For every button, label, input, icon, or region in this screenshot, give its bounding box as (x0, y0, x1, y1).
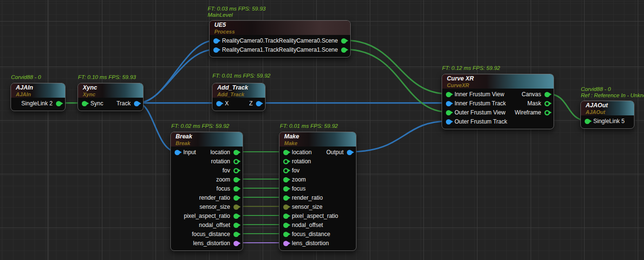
port-in-realitycamera0-track[interactable] (213, 38, 219, 44)
port-out-zoom[interactable] (233, 177, 239, 182)
annotation-ue5-level: MainLevel (208, 12, 233, 18)
wire-xync-ue5-cam0[interactable] (137, 40, 216, 103)
port-in-realitycamera1-track[interactable] (213, 47, 219, 53)
port-label: Outer Frustum View (455, 109, 505, 116)
port-label: lens_distortion (193, 240, 230, 247)
port-in-input[interactable] (175, 150, 180, 155)
port-label: X (225, 100, 229, 107)
node-xync[interactable]: Xync Xync Sync Track (78, 83, 144, 111)
port-label: sensor_size (292, 203, 322, 210)
port-out-singlelink2[interactable] (56, 101, 61, 106)
port-out-z[interactable] (256, 101, 261, 106)
port-in-lens-distortion[interactable] (283, 241, 289, 246)
port-in-nodal-offset[interactable] (283, 223, 289, 228)
port-label: zoom (216, 176, 230, 183)
port-label: nodal_offset (292, 222, 323, 228)
node-header[interactable]: Curve XR CurveXR (442, 74, 554, 89)
port-out-realitycamera0-scene[interactable] (341, 38, 346, 44)
annotation-ue5-ft: FT: 0.03 ms FPS: 59.93 (208, 6, 266, 12)
port-in-zoom[interactable] (283, 177, 289, 182)
port-out-location[interactable] (233, 150, 239, 155)
annotation-ajain: Corvid88 - 0 (11, 74, 41, 80)
wire-xync-ue5-cam1[interactable] (137, 49, 216, 103)
port-out-pixel-aspect-ratio[interactable] (233, 214, 239, 219)
annotation-add-track: FT: 0.01 ms FPS: 59.92 (212, 73, 270, 79)
port-label: fov (292, 167, 300, 174)
node-make[interactable]: Make Make location Output rotation fov (279, 132, 356, 251)
port-out-fov[interactable] (233, 168, 239, 173)
port-out-focus-distance[interactable] (233, 232, 239, 237)
port-in-rotation[interactable] (283, 159, 289, 164)
port-label: Inner Frustum View (455, 91, 504, 98)
port-label: focus_distance (292, 231, 330, 237)
port-in-x[interactable] (216, 101, 222, 106)
port-in-fov[interactable] (283, 168, 289, 173)
port-label: location (211, 149, 230, 156)
port-out-realitycamera1-scene[interactable] (341, 47, 346, 53)
node-subtitle: Add_Track (217, 91, 260, 97)
node-header[interactable]: AJAIn AJAIn (11, 83, 65, 98)
port-in-inner-frustum-view[interactable] (446, 92, 451, 97)
port-label: Outer Frustum Track (455, 118, 507, 125)
port-in-outer-frustum-view[interactable] (446, 110, 451, 115)
port-label: rotation (211, 158, 230, 165)
node-title: Add_Track (217, 84, 260, 91)
node-ue5[interactable]: UE5 Process RealityCamera0.Track Reality… (209, 20, 351, 57)
node-graph-canvas[interactable]: Corvid88 - 0 FT: 0.10 ms FPS: 59.93 FT: … (0, 0, 644, 260)
port-out-output[interactable] (347, 150, 352, 155)
node-title: AJAOut (586, 102, 629, 109)
node-ajaout[interactable]: AJAOut AJAOut SingleLink 5 (580, 101, 634, 129)
node-title: Xync (83, 84, 138, 91)
port-label: sensor_size (200, 203, 230, 210)
wire-make-curvexr[interactable] (350, 121, 448, 152)
node-curve-xr[interactable]: Curve XR CurveXR Inner Frustum View Canv… (442, 74, 554, 129)
port-label: SingleLink 2 (22, 100, 53, 107)
node-subtitle: Make (284, 140, 351, 146)
port-out-wireframe[interactable] (544, 110, 550, 115)
port-in-inner-frustum-track[interactable] (446, 101, 451, 106)
node-header[interactable]: Xync Xync (78, 83, 143, 98)
node-title: AJAIn (16, 84, 60, 91)
port-label: render_ratio (292, 194, 323, 201)
port-out-canvas[interactable] (544, 92, 550, 97)
node-ajain[interactable]: AJAIn AJAIn SingleLink 2 (11, 83, 66, 111)
annotation-curve-xr: FT: 0.12 ms FPS: 59.92 (442, 65, 500, 71)
port-in-render-ratio[interactable] (283, 195, 289, 201)
port-label: focus_distance (192, 231, 230, 237)
port-in-sync[interactable] (82, 101, 87, 106)
port-in-singlelink5[interactable] (585, 119, 590, 124)
node-break[interactable]: Break Break Input location rotation fov (170, 132, 243, 251)
port-label: RealityCamera0.Scene (279, 37, 338, 44)
node-header[interactable]: Add_Track Add_Track (212, 83, 265, 98)
port-label: RealityCamera1.Track (222, 46, 279, 53)
port-in-outer-frustum-track[interactable] (446, 119, 451, 124)
node-title: Break (176, 133, 238, 140)
node-header[interactable]: AJAOut AJAOut (581, 101, 634, 115)
wire-ue5-curvexr-inner[interactable] (344, 40, 448, 94)
port-in-focus-distance[interactable] (283, 232, 289, 237)
node-header[interactable]: Break Break (171, 132, 243, 147)
node-subtitle: AJAOut (586, 109, 629, 115)
port-out-render-ratio[interactable] (233, 195, 239, 201)
port-in-focus[interactable] (283, 186, 289, 192)
node-title: UE5 (214, 22, 345, 29)
port-out-rotation[interactable] (233, 159, 239, 164)
port-out-mask[interactable] (544, 101, 550, 106)
port-label: SingleLink 5 (593, 118, 624, 124)
port-out-track[interactable] (134, 101, 139, 106)
port-out-lens-distortion[interactable] (233, 241, 239, 246)
port-in-sensor-size[interactable] (283, 204, 289, 210)
port-label: nodal_offset (199, 222, 230, 228)
node-add-track[interactable]: Add_Track Add_Track X Z (212, 83, 266, 111)
port-out-focus[interactable] (233, 186, 239, 192)
port-label: RealityCamera0.Track (222, 37, 279, 44)
node-header[interactable]: UE5 Process (210, 21, 350, 35)
port-out-sensor-size[interactable] (233, 204, 239, 210)
port-in-location[interactable] (283, 150, 289, 155)
port-in-pixel-aspect-ratio[interactable] (283, 214, 289, 219)
node-header[interactable]: Make Make (279, 132, 356, 147)
port-label: pixel_aspect_ratio (292, 213, 338, 219)
port-label: Canvas (522, 91, 541, 98)
port-label: lens_distortion (292, 240, 329, 247)
port-out-nodal-offset[interactable] (233, 223, 239, 228)
